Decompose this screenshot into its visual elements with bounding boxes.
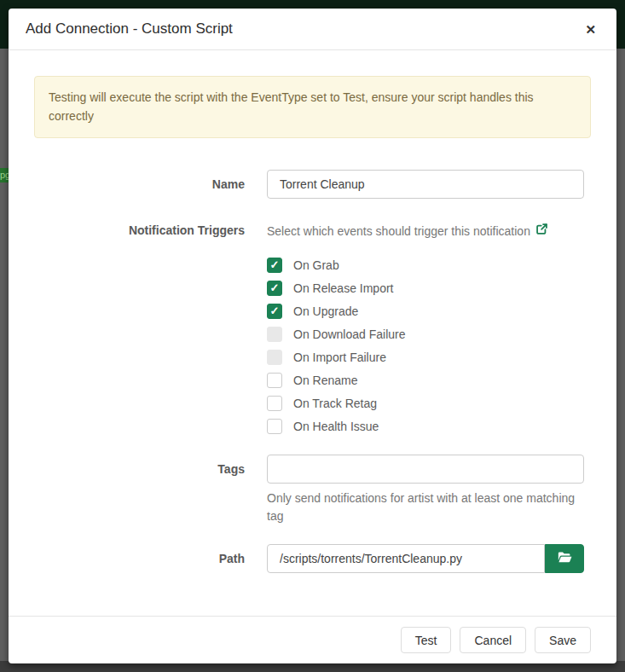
trigger-option[interactable]: On Health Issue [267, 414, 584, 437]
trigger-option-label: On Import Failure [293, 350, 386, 364]
tags-label: Tags [34, 455, 245, 477]
trigger-option-label: On Download Failure [293, 327, 406, 341]
trigger-option-label: On Release Import [293, 281, 394, 295]
browse-path-button[interactable] [545, 544, 584, 573]
triggers-help-text: Select which events should trigger this … [267, 223, 530, 240]
tags-content: Only send notifications for artist with … [267, 455, 584, 525]
trigger-option: On Download Failure [267, 322, 584, 345]
save-button[interactable]: Save [535, 627, 591, 653]
cancel-button[interactable]: Cancel [460, 627, 526, 653]
trigger-option-label: On Rename [293, 374, 357, 387]
modal-title: Add Connection - Custom Script [26, 20, 233, 38]
checkbox[interactable] [267, 373, 282, 388]
checkbox[interactable] [267, 258, 282, 273]
close-icon[interactable]: ✕ [582, 20, 599, 39]
checkbox[interactable] [267, 350, 282, 365]
trigger-option[interactable]: On Upgrade [267, 299, 584, 322]
trigger-option[interactable]: On Track Retag [267, 391, 584, 414]
name-input[interactable] [267, 170, 584, 199]
notification-triggers-content: Select which events should trigger this … [267, 222, 584, 437]
name-label: Name [34, 170, 245, 192]
checkbox[interactable] [267, 396, 282, 411]
name-row: Name [34, 170, 591, 199]
tags-input[interactable] [267, 455, 584, 484]
checkbox[interactable] [267, 281, 282, 296]
folder-open-icon [558, 551, 572, 566]
path-label: Path [34, 544, 245, 566]
trigger-option[interactable]: On Grab [267, 253, 584, 276]
external-link-icon[interactable] [535, 223, 548, 240]
trigger-option[interactable]: On Release Import [267, 276, 584, 299]
trigger-option-label: On Grab [293, 258, 339, 272]
path-row: Path [34, 544, 591, 573]
add-connection-modal: Add Connection - Custom Script ✕ Testing… [9, 9, 616, 663]
checkbox[interactable] [267, 419, 282, 434]
testing-warning-alert: Testing will execute the script with the… [34, 76, 591, 138]
trigger-option-label: On Track Retag [293, 397, 377, 410]
trigger-option[interactable]: On Rename [267, 368, 584, 391]
trigger-options-list: On Grab On Release Import On Upgrade On … [267, 253, 584, 437]
trigger-option-label: On Health Issue [293, 420, 379, 433]
triggers-help: Select which events should trigger this … [267, 222, 584, 240]
checkbox[interactable] [267, 327, 282, 342]
modal-header: Add Connection - Custom Script ✕ [9, 9, 616, 50]
modal-footer: Test Cancel Save [9, 616, 616, 663]
notification-triggers-label: Notification Triggers [34, 222, 245, 238]
notification-triggers-row: Notification Triggers Select which event… [34, 222, 591, 437]
test-button[interactable]: Test [401, 627, 452, 653]
checkbox[interactable] [267, 304, 282, 319]
trigger-option-label: On Upgrade [293, 304, 358, 318]
path-input-group [267, 544, 584, 573]
background-partial-element: pg [0, 168, 9, 182]
tags-help-text: Only send notifications for artist with … [267, 490, 584, 525]
trigger-option: On Import Failure [267, 345, 584, 368]
modal-body: Testing will execute the script with the… [9, 50, 616, 616]
path-input[interactable] [267, 544, 545, 573]
tags-row: Tags Only send notifications for artist … [34, 455, 591, 525]
